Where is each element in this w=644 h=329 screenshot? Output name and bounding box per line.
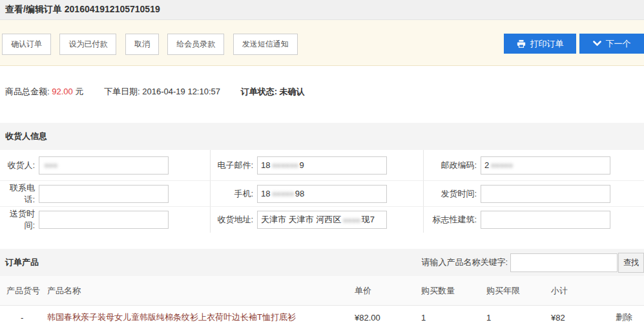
- spacer: [0, 244, 644, 249]
- products-section-title: 订单产品: [5, 257, 39, 268]
- cancel-button[interactable]: 取消: [125, 34, 159, 55]
- confirm-order-button[interactable]: 确认订单: [2, 34, 51, 55]
- ship-time-input[interactable]: [481, 185, 610, 203]
- address-input[interactable]: 天津市 天津市 河西区●●●●现7: [257, 211, 387, 229]
- zipcode-input[interactable]: 2●●●●●: [481, 156, 610, 175]
- product-qty: 1: [421, 313, 486, 323]
- products-section-header: 订单产品 请输入产品名称关键字: 查找: [0, 249, 644, 276]
- email-input[interactable]: 18●●●●●●9: [257, 156, 387, 175]
- product-search-input[interactable]: [510, 253, 618, 272]
- next-order-label: 下一个: [606, 38, 631, 50]
- product-search-label: 请输入产品名称关键字:: [421, 257, 508, 268]
- field-address: 收货地址: 天津市 天津市 河西区●●●●现7: [211, 207, 424, 233]
- order-date-value: 2016-04-19 12:10:57: [142, 87, 220, 96]
- product-sku: -: [0, 313, 47, 323]
- total-amount: 商品总金额: 92.00 元: [5, 87, 83, 96]
- col-sku: 产品货号: [0, 285, 47, 297]
- send-sms-button[interactable]: 发送短信通知: [233, 34, 298, 55]
- consignee-section-title: 收货人信息: [5, 131, 47, 142]
- col-years: 购买年限: [486, 285, 551, 297]
- field-phone: 联系电话:: [0, 181, 211, 207]
- page-title: 查看/编辑订单 2016041912105710519: [5, 4, 160, 16]
- product-name-link[interactable]: 韩国春秋亲子装母女儿童韩版纯棉条纹衫上衣荷叶边长袖T恤打底衫: [47, 312, 355, 323]
- field-landmark: 标志性建筑:: [424, 207, 644, 233]
- delete-product-link[interactable]: 删除: [616, 312, 644, 323]
- phone-input[interactable]: [39, 185, 169, 203]
- toolbar: 确认订单 设为已付款 取消 给会员录款 发送短信通知 打印订单 下一个: [0, 20, 644, 66]
- order-date: 下单日期: 2016-04-19 12:10:57: [104, 87, 220, 96]
- order-status: 订单状态: 未确认: [241, 87, 305, 96]
- col-subtotal: 小计: [551, 285, 616, 297]
- order-status-value: 未确认: [280, 87, 305, 96]
- col-name: 产品名称: [47, 285, 355, 297]
- print-order-button[interactable]: 打印订单: [504, 34, 576, 54]
- field-delivery-time: 送货时间:: [0, 207, 211, 233]
- mobile-input[interactable]: 18●●●●●98: [257, 185, 387, 203]
- next-order-button[interactable]: 下一个: [579, 34, 644, 54]
- total-amount-value: 92.00: [52, 87, 73, 96]
- set-paid-button[interactable]: 设为已付款: [59, 34, 116, 55]
- product-years: 1: [486, 313, 551, 323]
- print-order-label: 打印订单: [530, 38, 564, 50]
- page-header: 查看/编辑订单 2016041912105710519: [0, 0, 644, 20]
- field-consignee: 收货人: ●●●: [0, 150, 211, 181]
- col-qty: 购买数量: [421, 285, 486, 297]
- member-credit-button[interactable]: 给会员录款: [167, 34, 224, 55]
- col-price: 单价: [355, 285, 421, 297]
- field-email: 电子邮件: 18●●●●●●9: [211, 150, 424, 181]
- printer-icon: [517, 39, 526, 48]
- products-table-header: 产品货号 产品名称 单价 购买数量 购买年限 小计: [0, 276, 644, 306]
- consignee-section-header: 收货人信息: [0, 123, 644, 150]
- product-subtotal: ¥82: [551, 313, 616, 323]
- product-price: ¥82.00: [355, 313, 421, 323]
- order-summary: 商品总金额: 92.00 元 下单日期: 2016-04-19 12:10:57…: [0, 66, 644, 123]
- delivery-time-input[interactable]: [39, 211, 169, 229]
- product-search-button[interactable]: 查找: [618, 253, 644, 273]
- product-search: 请输入产品名称关键字: 查找: [421, 253, 644, 272]
- field-ship-time: 发货时间:: [424, 181, 644, 207]
- consignee-form: 收货人: ●●● 电子邮件: 18●●●●●●9 邮政编码: 2●●●●● 联系…: [0, 150, 644, 244]
- landmark-input[interactable]: [481, 211, 610, 229]
- chevron-down-icon: [593, 41, 601, 47]
- product-row: - 韩国春秋亲子装母女儿童韩版纯棉条纹衫上衣荷叶边长袖T恤打底衫 ¥82.00 …: [0, 306, 644, 329]
- field-mobile: 手机: 18●●●●●98: [211, 181, 424, 207]
- consignee-input[interactable]: ●●●: [39, 156, 169, 175]
- field-zipcode: 邮政编码: 2●●●●●: [424, 150, 644, 181]
